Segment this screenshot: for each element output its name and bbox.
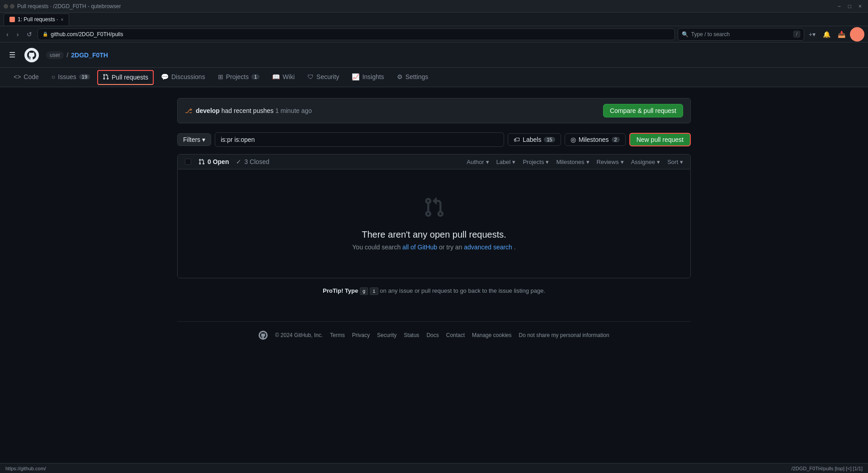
inbox-button[interactable]: 📥 — [835, 29, 848, 40]
empty-desc-prefix: You could search — [352, 244, 401, 251]
milestones-icon: ◎ — [571, 136, 576, 143]
notification-bell[interactable]: 🔔 — [820, 29, 833, 40]
sort-button[interactable]: Sort ▾ — [667, 159, 683, 165]
all-github-link[interactable]: all of GitHub — [402, 244, 439, 251]
status-bar: https://github.com/ /2DGD_F0TH/pulls [to… — [0, 463, 868, 473]
label-filter-button[interactable]: Label ▾ — [496, 159, 516, 165]
assignee-label: Assignee — [631, 159, 655, 165]
tab-pull-requests[interactable]: 1: Pull requests · × — [4, 14, 69, 25]
refresh-button[interactable]: ↺ — [24, 29, 35, 40]
footer-privacy[interactable]: Privacy — [352, 332, 370, 338]
footer-manage-cookies[interactable]: Manage cookies — [472, 332, 511, 338]
lock-icon: 🔒 — [42, 32, 48, 37]
nav-item-issues[interactable]: ○ Issues 19 — [45, 68, 96, 87]
wiki-icon: 📖 — [272, 73, 280, 80]
nav-item-insights[interactable]: 📈 Insights — [345, 68, 390, 87]
window-controls — [4, 4, 14, 9]
nav-item-wiki[interactable]: 📖 Wiki — [266, 68, 301, 87]
back-button[interactable]: ‹ — [4, 29, 11, 40]
discussions-label: Discussions — [171, 73, 205, 80]
footer-security[interactable]: Security — [377, 332, 396, 338]
filters-button[interactable]: Filters ▾ — [177, 133, 211, 146]
github-logo[interactable] — [24, 48, 39, 62]
closed-count[interactable]: ✓ 3 Closed — [236, 158, 269, 165]
repo-nav: <> Code ○ Issues 19 Pull requests 💬 Disc… — [0, 68, 868, 87]
search-icon: 🔍 — [682, 31, 689, 37]
assignee-arrow: ▾ — [657, 159, 660, 165]
labels-label: Labels — [523, 136, 541, 143]
milestones-filter-button[interactable]: Milestones ▾ — [556, 159, 589, 165]
checkmark-icon: ✓ — [236, 158, 241, 165]
pr-list-header-left: 0 Open ✓ 3 Closed — [185, 158, 459, 165]
projects-label: Projects — [226, 73, 249, 80]
gh-header: ☰ user / 2DGD_F0TH — [0, 42, 868, 68]
hamburger-button[interactable]: ☰ — [7, 49, 17, 61]
pr-list-header-right: Author ▾ Label ▾ Projects ▾ Milestones ▾… — [467, 159, 683, 165]
push-text: develop had recent pushes 1 minute ago — [196, 107, 312, 114]
main-content: ⎇ develop had recent pushes 1 minute ago… — [163, 87, 705, 360]
reviews-filter-button[interactable]: Reviews ▾ — [597, 159, 624, 165]
address-text: github.com/2DGD_F0TH/pulls — [51, 31, 123, 37]
empty-desc-suffix: . — [514, 244, 516, 251]
pro-tip: ProTip! Type g i on any issue or pull re… — [177, 278, 691, 303]
filters-label: Filters — [183, 136, 200, 143]
open-count[interactable]: 0 Open — [198, 158, 229, 165]
label-label: Label — [496, 159, 511, 165]
breadcrumb-repo[interactable]: 2DGD_F0TH — [71, 52, 108, 59]
labels-icon: 🏷 — [514, 136, 520, 143]
global-search-bar[interactable]: 🔍 Type / to search / — [678, 28, 804, 41]
nav-item-settings[interactable]: ⚙ Settings — [391, 68, 435, 87]
projects-filter-button[interactable]: Projects ▾ — [523, 159, 549, 165]
pull-requests-icon — [103, 74, 109, 81]
compare-pull-request-button[interactable]: Compare & pull request — [603, 104, 683, 117]
author-filter-button[interactable]: Author ▾ — [467, 159, 489, 165]
labels-button[interactable]: 🏷 Labels 15 — [508, 133, 561, 146]
nav-item-discussions[interactable]: 💬 Discussions — [155, 68, 212, 87]
footer-contact[interactable]: Contact — [446, 332, 465, 338]
footer-terms[interactable]: Terms — [330, 332, 345, 338]
empty-state-title: There aren't any open pull requests. — [187, 229, 681, 240]
footer-docs[interactable]: Docs — [426, 332, 439, 338]
forward-button[interactable]: › — [14, 29, 22, 40]
search-input[interactable] — [215, 132, 504, 147]
push-notification-text: ⎇ develop had recent pushes 1 minute ago — [185, 107, 312, 114]
footer-status[interactable]: Status — [404, 332, 419, 338]
milestones-count: 2 — [612, 137, 620, 142]
footer: © 2024 GitHub, Inc. Terms Privacy Securi… — [177, 321, 691, 349]
address-bar[interactable]: 🔒 github.com/2DGD_F0TH/pulls — [38, 28, 675, 40]
maximize-button[interactable]: □ — [845, 2, 854, 10]
plus-button[interactable]: +▾ — [806, 29, 818, 40]
advanced-search-link[interactable]: advanced search — [464, 244, 512, 251]
nav-item-code[interactable]: <> Code — [7, 68, 45, 87]
projects-badge: 1 — [251, 74, 259, 80]
minimize-button[interactable]: − — [835, 2, 844, 10]
milestones-filter-label: Milestones — [556, 159, 584, 165]
new-pull-request-button[interactable]: New pull request — [629, 133, 691, 146]
nav-item-security[interactable]: 🛡 Security — [301, 68, 346, 87]
tab-close-button[interactable]: × — [61, 17, 63, 22]
closed-label: 3 Closed — [244, 158, 269, 165]
nav-item-pull-requests[interactable]: Pull requests — [97, 70, 154, 85]
nav-right-buttons: 🔍 Type / to search / +▾ 🔔 📥 — [678, 27, 864, 42]
user-avatar[interactable] — [850, 27, 864, 42]
milestones-button[interactable]: ◎ Milestones 2 — [565, 133, 626, 146]
pr-list-container: 0 Open ✓ 3 Closed Author ▾ Label ▾ Proje… — [177, 154, 691, 278]
assignee-filter-button[interactable]: Assignee ▾ — [631, 159, 660, 165]
security-label: Security — [316, 73, 340, 80]
title-bar: Pull requests · /2DGD_F0TH - qutebrowser… — [0, 0, 868, 13]
branch-icon: ⎇ — [185, 107, 192, 114]
projects-icon: ⊞ — [218, 73, 223, 80]
breadcrumb-slash: / — [66, 52, 68, 59]
footer-do-not-share[interactable]: Do not share my personal information — [519, 332, 609, 338]
status-bar-path: /2DGD_F0TH/pulls [top] [<] [1/1] — [792, 466, 863, 471]
nav-item-projects[interactable]: ⊞ Projects 1 — [212, 68, 266, 87]
push-notification: ⎇ develop had recent pushes 1 minute ago… — [177, 98, 691, 123]
window-title: Pull requests · /2DGD_F0TH - qutebrowser — [17, 3, 121, 9]
footer-copyright: © 2024 GitHub, Inc. — [275, 332, 323, 338]
breadcrumb-user[interactable]: user — [46, 51, 64, 59]
close-button[interactable]: × — [856, 2, 864, 10]
push-middle: had recent pushes — [222, 107, 275, 114]
issues-icon: ○ — [52, 73, 55, 80]
select-all-checkbox[interactable] — [185, 159, 191, 165]
security-icon: 🛡 — [307, 73, 314, 80]
